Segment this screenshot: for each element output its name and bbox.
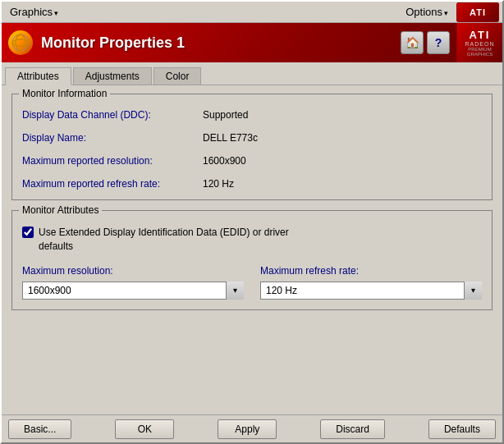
help-icon: ? — [435, 36, 442, 49]
bottom-bar: Basic... OK Apply Discard Defaults — [2, 414, 502, 442]
two-col-selects: Maximum resolution: 1600x900 1280x1024 1… — [22, 265, 482, 300]
main-content: Monitor Information Display Data Channel… — [2, 85, 502, 440]
edid-checkbox[interactable] — [22, 227, 34, 238]
display-name-value: DELL E773c — [203, 132, 258, 144]
max-resolution-value: 1600x900 — [203, 155, 246, 167]
ati-logo: ATI — [456, 2, 499, 22]
monitor-attributes-legend: Monitor Attributes — [19, 204, 102, 216]
resolution-select-container: 1600x900 1280x1024 1024x768 ▾ — [22, 282, 244, 300]
max-resolution-select-label: Maximum resolution: — [22, 265, 244, 277]
info-row-max-resolution: Maximum reported resolution: 1600x900 — [22, 155, 482, 167]
max-refresh-value: 120 Hz — [203, 178, 234, 190]
monitor-attributes-section: Monitor Attributes Use Extended Display … — [11, 210, 493, 310]
ddc-value: Supported — [203, 109, 248, 121]
info-row-max-refresh: Maximum reported refresh rate: 120 Hz — [22, 178, 482, 190]
menu-bar-right: Options▾ ATI — [401, 2, 499, 22]
monitor-information-legend: Monitor Information — [19, 88, 110, 99]
tab-bar: Attributes Adjustments Color — [2, 62, 502, 85]
graphics-menu[interactable]: Graphics▾ — [5, 4, 63, 20]
header-title: Monitor Properties 1 — [41, 34, 401, 52]
tab-adjustments[interactable]: Adjustments — [73, 67, 152, 85]
edid-checkbox-label: Use Extended Display Identification Data… — [39, 226, 318, 254]
ati-logo-header: ATI RADEON PREMIUM GRAPHICS — [456, 23, 502, 62]
ok-button[interactable]: OK — [115, 419, 174, 439]
options-menu[interactable]: Options▾ — [401, 4, 453, 20]
apply-button[interactable]: Apply — [218, 419, 277, 439]
svg-point-3 — [19, 41, 22, 44]
menu-bar: Graphics▾ Options▾ ATI — [2, 2, 502, 23]
edid-checkbox-row: Use Extended Display Identification Data… — [22, 226, 482, 254]
max-refresh-label: Maximum reported refresh rate: — [22, 178, 203, 190]
info-row-ddc: Display Data Channel (DDC): Supported — [22, 109, 482, 121]
help-button[interactable]: ? — [427, 31, 450, 54]
defaults-button[interactable]: Defaults — [428, 419, 496, 439]
home-icon: 🏠 — [405, 36, 419, 49]
header-buttons: 🏠 ? — [401, 31, 450, 54]
header-icon — [8, 30, 33, 55]
menu-bar-left: Graphics▾ — [5, 4, 63, 20]
resolution-column: Maximum resolution: 1600x900 1280x1024 1… — [22, 265, 244, 300]
basic-button[interactable]: Basic... — [8, 419, 71, 439]
ddc-label: Display Data Channel (DDC): — [22, 109, 203, 121]
discard-button[interactable]: Discard — [320, 419, 385, 439]
tab-color[interactable]: Color — [153, 67, 202, 85]
max-resolution-label: Maximum reported resolution: — [22, 155, 203, 167]
info-row-display-name: Display Name: DELL E773c — [22, 132, 482, 144]
home-button[interactable]: 🏠 — [401, 31, 424, 54]
refresh-column: Maximum refresh rate: 120 Hz 60 Hz 75 Hz… — [260, 265, 482, 300]
tab-attributes[interactable]: Attributes — [5, 67, 71, 85]
max-refresh-select-label: Maximum refresh rate: — [260, 265, 482, 277]
refresh-select[interactable]: 120 Hz 60 Hz 75 Hz 85 Hz — [260, 282, 482, 300]
header-bar: Monitor Properties 1 🏠 ? ATI RADEON PREM… — [2, 23, 502, 62]
monitor-information-section: Monitor Information Display Data Channel… — [11, 94, 493, 200]
resolution-select[interactable]: 1600x900 1280x1024 1024x768 — [22, 282, 244, 300]
refresh-select-container: 120 Hz 60 Hz 75 Hz 85 Hz ▾ — [260, 282, 482, 300]
display-name-label: Display Name: — [22, 132, 203, 144]
